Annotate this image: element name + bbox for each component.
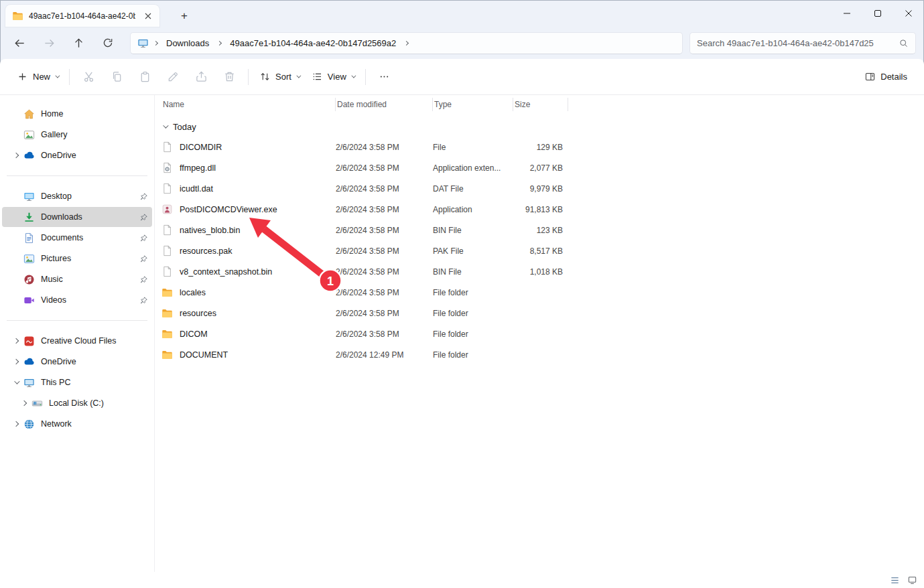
file-name: DICOM	[180, 329, 208, 339]
details-button[interactable]: Details	[858, 66, 913, 87]
app-exe-icon	[161, 204, 173, 215]
sidebar-item[interactable]: This PC	[2, 372, 152, 392]
chevron-right-icon[interactable]	[404, 40, 409, 45]
sidebar-item[interactable]: Desktop	[2, 186, 152, 206]
toolbar-divider	[69, 69, 70, 85]
column-header-date-modified[interactable]: Date modified	[336, 98, 433, 111]
sidebar-item[interactable]: Gallery	[2, 125, 152, 145]
forward-button[interactable]	[38, 32, 60, 54]
explorer-tab[interactable]: 49aac7e1-b104-464a-ae42-0b1	[5, 5, 159, 27]
folder-icon	[161, 349, 173, 360]
file-rows: DICOMDIR 2/6/2024 3:58 PM File 129 KB ff…	[155, 137, 924, 365]
title-bar: 49aac7e1-b104-464a-ae42-0b1 +	[0, 0, 924, 27]
rename-button[interactable]	[159, 65, 187, 89]
search-input[interactable]	[697, 38, 893, 48]
file-size: 8,517 KB	[513, 246, 568, 256]
downloads-icon	[23, 212, 35, 223]
file-row[interactable]: PostDICOMCDViewer.exe 2/6/2024 3:58 PM A…	[155, 199, 924, 220]
file-date-modified: 2/6/2024 12:49 PM	[336, 350, 433, 360]
file-row[interactable]: DICOM 2/6/2024 3:58 PM File folder	[155, 323, 924, 344]
file-row[interactable]: ffmpeg.dll 2/6/2024 3:58 PM Application …	[155, 157, 924, 178]
file-size: 129 KB	[513, 143, 568, 152]
status-bar	[0, 572, 924, 588]
chevron-down-icon[interactable]	[9, 380, 23, 384]
sidebar-item[interactable]: OneDrive	[2, 352, 152, 372]
navigation-pane: Home Gallery OneDrive	[0, 95, 154, 572]
close-button[interactable]	[893, 0, 924, 27]
file-type: File	[433, 143, 513, 152]
pin-icon	[135, 274, 152, 285]
copy-button[interactable]	[103, 65, 131, 89]
chevron-right-icon[interactable]	[9, 339, 23, 343]
sidebar-item[interactable]: Pictures	[2, 248, 152, 269]
sidebar-item[interactable]: Music	[2, 269, 152, 289]
paste-icon	[139, 70, 151, 83]
refresh-button[interactable]	[96, 32, 119, 54]
chevron-right-icon[interactable]	[9, 153, 23, 157]
new-tab-button[interactable]: +	[176, 7, 193, 25]
rename-icon	[167, 70, 180, 83]
breadcrumb-downloads[interactable]: Downloads	[161, 35, 214, 51]
search-box[interactable]	[689, 32, 916, 54]
sidebar-item-label: Gallery	[41, 130, 135, 139]
sidebar-item[interactable]: Downloads	[2, 207, 152, 227]
details-view-toggle[interactable]	[888, 574, 901, 586]
chevron-right-icon	[217, 40, 222, 45]
file-name: icudtl.dat	[180, 184, 213, 194]
file-type: File folder	[433, 309, 513, 318]
sidebar-item[interactable]: Videos	[2, 290, 152, 310]
chevron-down-icon[interactable]	[163, 123, 168, 128]
file-icon	[161, 183, 173, 194]
chevron-right-icon[interactable]	[9, 422, 23, 426]
view-button[interactable]: View	[306, 66, 360, 87]
chevron-down-icon	[351, 74, 356, 78]
file-row[interactable]: resources.pak 2/6/2024 3:58 PM PAK File …	[155, 240, 924, 261]
column-header-size[interactable]: Size	[513, 98, 568, 111]
address-bar[interactable]: Downloads 49aac7e1-b104-464a-ae42-0b147d…	[130, 32, 683, 54]
network-icon	[23, 419, 35, 430]
file-row[interactable]: natives_blob.bin 2/6/2024 3:58 PM BIN Fi…	[155, 220, 924, 240]
tab-close-icon[interactable]	[141, 9, 155, 23]
this-pc-icon	[23, 377, 35, 388]
cut-button[interactable]	[74, 65, 103, 89]
sidebar-item[interactable]: Documents	[2, 228, 152, 248]
paste-button[interactable]	[131, 65, 159, 89]
sidebar-item[interactable]: Local Disk (C:)	[2, 393, 152, 413]
sidebar-item[interactable]: OneDrive	[2, 145, 152, 165]
file-row[interactable]: resources 2/6/2024 3:58 PM File folder	[155, 303, 924, 323]
column-header-type[interactable]: Type	[433, 98, 513, 111]
sort-button[interactable]: Sort	[253, 66, 306, 87]
new-button[interactable]: New	[11, 66, 64, 87]
file-name: DOCUMENT	[180, 350, 228, 360]
column-header-name[interactable]: Name	[161, 98, 336, 111]
sidebar-item-label: Pictures	[41, 254, 135, 263]
file-row[interactable]: locales 2/6/2024 3:58 PM File folder	[155, 282, 924, 303]
sidebar-item[interactable]: Creative Cloud Files	[2, 331, 152, 351]
view-button-label: View	[328, 72, 346, 82]
pin-icon	[135, 232, 152, 243]
share-button[interactable]	[187, 65, 215, 89]
more-options-button[interactable]	[371, 65, 399, 89]
chevron-right-icon[interactable]	[17, 401, 31, 405]
file-row[interactable]: DICOMDIR 2/6/2024 3:58 PM File 129 KB	[155, 137, 924, 157]
chevron-right-icon	[153, 40, 158, 45]
file-row[interactable]: DOCUMENT 2/6/2024 12:49 PM File folder	[155, 344, 924, 365]
sidebar-item[interactable]: Network	[2, 414, 152, 434]
maximize-button[interactable]	[862, 0, 893, 27]
minimize-button[interactable]	[832, 0, 862, 27]
back-button[interactable]	[8, 32, 31, 54]
delete-button[interactable]	[215, 65, 243, 89]
file-type: DAT File	[433, 184, 513, 194]
group-header-today[interactable]: Today	[155, 117, 924, 137]
breadcrumb-current-folder[interactable]: 49aac7e1-b104-464a-ae42-0b147d2569a2	[225, 35, 401, 51]
large-icons-view-toggle[interactable]	[905, 574, 919, 586]
chevron-right-icon[interactable]	[9, 360, 23, 364]
sidebar-item-label: Music	[41, 275, 135, 284]
file-type: BIN File	[433, 226, 513, 235]
file-name: ffmpeg.dll	[180, 163, 216, 173]
file-row[interactable]: icudtl.dat 2/6/2024 3:58 PM DAT File 9,9…	[155, 178, 924, 199]
up-button[interactable]	[67, 32, 90, 54]
sidebar-item[interactable]: Home	[2, 104, 152, 124]
view-icon	[312, 71, 323, 82]
file-row[interactable]: v8_context_snapshot.bin 2/6/2024 3:58 PM…	[155, 261, 924, 282]
